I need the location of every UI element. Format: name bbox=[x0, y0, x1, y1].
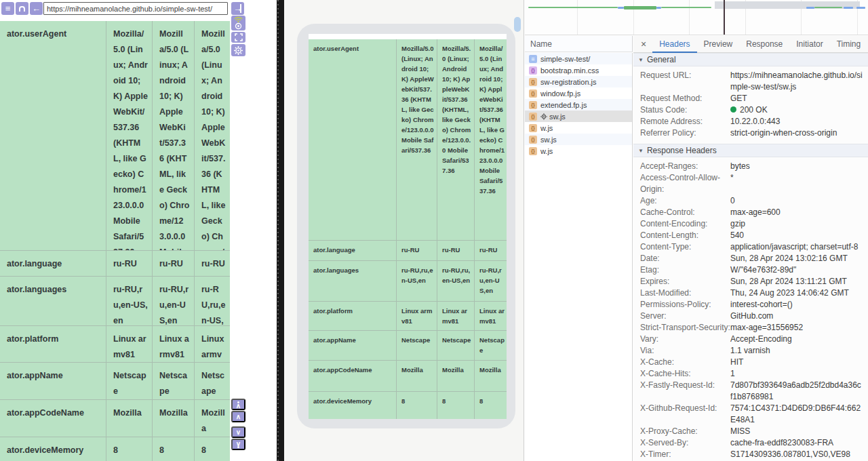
property-value-cell: 8 bbox=[153, 437, 195, 461]
header-name: Last-Modified: bbox=[633, 287, 730, 299]
table-row: ator.languagesru-RU,ru,en-US,enru-RU,ru,… bbox=[309, 261, 507, 302]
request-row[interactable]: ≡simple-sw-test/ bbox=[525, 53, 632, 64]
header-row: Referrer Policy:strict-origin-when-cross… bbox=[633, 127, 868, 139]
menu-icon[interactable]: ≡ bbox=[1, 2, 14, 15]
device-frame: ator.userAgentMozilla/5.0 (Linux; Androi… bbox=[297, 24, 515, 428]
tab-headers[interactable]: Headers bbox=[652, 36, 696, 53]
property-value-cell: Mozilla bbox=[475, 361, 507, 391]
section-header-response-headers[interactable]: ▼Response Headers bbox=[633, 144, 868, 157]
request-row[interactable]: {}extended.fp.js bbox=[525, 99, 632, 111]
property-value-cell: 8 bbox=[195, 437, 230, 461]
header-name: Cache-Control: bbox=[633, 207, 730, 218]
request-row[interactable]: {}sw.js bbox=[525, 111, 632, 122]
go-icon[interactable]: → bbox=[231, 2, 244, 15]
header-row: X-Github-Request-Id:7574:1C4371:D4D6D9:D… bbox=[633, 403, 868, 426]
property-name-cell: ator.language bbox=[309, 241, 397, 260]
request-row[interactable]: {}bootstrap.min.css bbox=[525, 64, 632, 76]
url-input[interactable] bbox=[43, 2, 228, 15]
request-detail-pane: × HeadersPreviewResponseInitiatorTiming … bbox=[633, 36, 868, 461]
header-row: Etag:W/"64e763f2-89d" bbox=[633, 264, 868, 276]
chevron-down-icon: ∨ bbox=[236, 441, 241, 446]
table-row: ator.appCodeNameMozillaMozillaMozilla bbox=[309, 361, 507, 392]
header-name: X-Fastly-Request-Id: bbox=[633, 380, 730, 403]
property-value-cell: ru-RU bbox=[437, 241, 475, 260]
network-overview-timeline[interactable]: 100 ms200 ms300 ms400 ms500 ms600 ms bbox=[525, 0, 868, 35]
header-row: Expires:Sun, 28 Apr 2024 13:11:21 GMT bbox=[633, 276, 868, 287]
device-navigator-table: ator.userAgentMozilla/5.0 (Linux; Androi… bbox=[309, 39, 507, 419]
scroll-to-top-icon[interactable]: ∧ bbox=[231, 399, 245, 410]
record-icon bbox=[235, 22, 242, 30]
expand-icon bbox=[235, 33, 243, 41]
devtools-network-panel: 100 ms200 ms300 ms400 ms500 ms600 ms Nam… bbox=[524, 0, 868, 461]
timeline-playhead[interactable] bbox=[724, 0, 725, 35]
header-name: Expires: bbox=[633, 276, 730, 287]
header-value: application/javascript; charset=utf-8 bbox=[730, 241, 868, 253]
tab-shape-icon bbox=[19, 6, 25, 12]
back-icon[interactable]: ← bbox=[30, 2, 43, 15]
header-value: MISS bbox=[730, 426, 868, 437]
connection-button[interactable] bbox=[231, 16, 245, 31]
section-header-general[interactable]: ▼General bbox=[633, 53, 868, 66]
tab-initiator[interactable]: Initiator bbox=[789, 36, 829, 53]
property-value-cell: Mozilla/5.0 (Linux; Android 10; K) Apple… bbox=[195, 21, 230, 250]
js-file-icon: {} bbox=[529, 78, 537, 86]
property-value-cell: Linux armv81 bbox=[475, 302, 507, 330]
property-value-cell: Mozilla bbox=[153, 400, 195, 437]
table-row: ator.appCodeNameMozillaMozillaMozilla bbox=[0, 400, 230, 437]
tabs-icon[interactable] bbox=[16, 2, 28, 15]
property-value-cell: Linux armv81 bbox=[397, 302, 437, 330]
headers-sections: ▼GeneralRequest URL:https://mihneamanola… bbox=[633, 53, 868, 461]
timeline-request-bar bbox=[814, 7, 842, 8]
timeline-request-bar bbox=[656, 7, 661, 9]
timeline-gridline bbox=[633, 0, 634, 35]
request-row[interactable]: {}window.fp.js bbox=[525, 87, 632, 99]
header-name: X-Timer: bbox=[633, 449, 730, 460]
header-row: X-Served-By:cache-fra-eddf8230083-FRA bbox=[633, 437, 868, 449]
scroll-down-icon[interactable]: ∨ bbox=[231, 426, 245, 438]
property-name-cell: ator.platform bbox=[309, 302, 397, 330]
timeline-gridline bbox=[689, 0, 690, 35]
property-value-cell: Netscape bbox=[475, 331, 507, 360]
header-row: X-Cache:HIT bbox=[633, 357, 868, 368]
property-name-cell: ator.appCodeName bbox=[0, 400, 106, 437]
header-name: Content-Type: bbox=[633, 241, 730, 253]
device-screen[interactable]: ator.userAgentMozilla/5.0 (Linux; Androi… bbox=[309, 34, 507, 419]
network-name-column-header[interactable]: Name bbox=[525, 36, 633, 52]
navigator-properties-table: ator.userAgentMozilla/5.0 (Linux; Androi… bbox=[0, 20, 230, 461]
property-value-cell: Mozilla bbox=[106, 400, 153, 437]
property-name-cell: ator.appName bbox=[0, 363, 106, 399]
header-row: X-Fastly-Request-Id:7d807bf393649a6adb25… bbox=[633, 380, 868, 403]
table-row: ator.userAgentMozilla/5.0 (Linux; Androi… bbox=[309, 39, 507, 241]
chevron-down-icon: ∨ bbox=[236, 430, 241, 435]
timeline-request-bar bbox=[844, 7, 853, 9]
request-row[interactable]: {}w.js bbox=[525, 122, 632, 134]
close-icon[interactable]: × bbox=[633, 39, 652, 49]
property-name-cell: ator.deviceMemory bbox=[0, 437, 106, 461]
header-name: Remote Address: bbox=[633, 116, 730, 127]
scroll-to-bottom-icon[interactable]: ∨ bbox=[231, 439, 245, 450]
screencast-scrollbar[interactable] bbox=[514, 17, 521, 32]
settings-button[interactable] bbox=[231, 44, 245, 56]
header-row: Server:GitHub.com bbox=[633, 310, 868, 322]
tab-preview[interactable]: Preview bbox=[697, 36, 740, 53]
tab-response[interactable]: Response bbox=[739, 36, 789, 53]
header-row: Request Method:GET bbox=[633, 93, 868, 104]
property-value-cell: Linux armv81 bbox=[195, 326, 230, 362]
table-row: ator.platformLinux armv81Linux armv81Lin… bbox=[0, 326, 230, 363]
header-name: Strict-Transport-Security: bbox=[633, 322, 730, 334]
header-name: Accept-Ranges: bbox=[633, 161, 730, 172]
fullscreen-button[interactable] bbox=[231, 32, 245, 43]
header-value: GitHub.com bbox=[730, 310, 868, 322]
detail-tabs-row: × HeadersPreviewResponseInitiatorTiming bbox=[633, 36, 868, 53]
request-row[interactable]: {}sw.js bbox=[525, 134, 632, 145]
request-row[interactable]: {}sw-registration.js bbox=[525, 76, 632, 87]
request-row[interactable]: {}w.js bbox=[525, 145, 632, 157]
tab-timing[interactable]: Timing bbox=[830, 36, 868, 53]
header-row: Age:0 bbox=[633, 195, 868, 207]
header-name: Request Method: bbox=[633, 93, 730, 104]
header-name: X-Proxy-Cache: bbox=[633, 426, 730, 437]
property-value-cell: Mozilla/5.0 (Linux; Android 10; K) Apple… bbox=[437, 39, 475, 240]
scroll-up-icon[interactable]: ∧ bbox=[231, 411, 245, 422]
table-row: ator.platformLinux armv81Linux armv81Lin… bbox=[309, 302, 507, 331]
header-row: Cache-Control:max-age=600 bbox=[633, 207, 868, 218]
